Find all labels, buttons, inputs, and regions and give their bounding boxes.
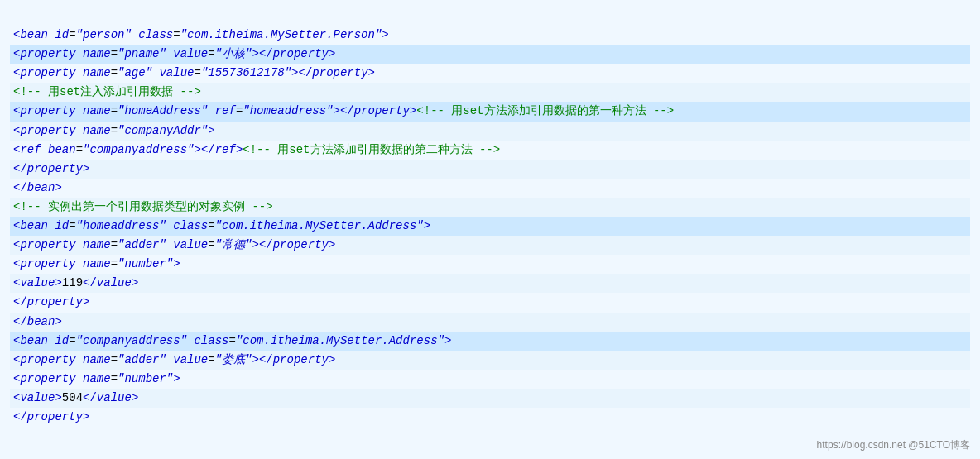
comment-span: <!-- 用set方法添加引用数据的第一种方法 --> (416, 102, 674, 121)
code-line-12: <property name="adder" value="常德"></prop… (10, 236, 970, 255)
tag-span: property (20, 102, 75, 121)
bracket-span: > (194, 141, 200, 160)
bracket-span: </ (201, 141, 215, 160)
bracket-span: > (208, 122, 214, 141)
text-span: = (111, 102, 118, 121)
code-line-20: <value>504</value> (10, 389, 970, 408)
bracket-span: > (382, 26, 388, 45)
bracket-span: </ (13, 408, 27, 427)
text-span: = (208, 351, 214, 370)
bracket-span: </ (83, 389, 97, 408)
text-span: = (208, 236, 214, 255)
code-line-15: </property> (10, 293, 970, 312)
tag-span: value (97, 389, 132, 408)
attr-name-span: value (159, 64, 194, 83)
bracket-span: < (13, 332, 20, 351)
tag-span: ref (20, 141, 41, 160)
attr-value-span: "companyAddr" (118, 122, 208, 141)
code-line-14: <value>119</value> (10, 274, 970, 293)
tag-span: property (273, 45, 329, 64)
attr-value-span: "小核" (215, 45, 252, 64)
bracket-span: > (132, 274, 138, 293)
text-span: = (111, 351, 118, 370)
attr-value-span: "娄底" (215, 351, 252, 370)
text-span (166, 45, 173, 64)
bracket-span: > (55, 274, 61, 293)
text-span: = (111, 122, 118, 141)
bracket-span: </ (13, 160, 27, 179)
tag-span: property (20, 370, 75, 389)
bracket-span: </ (13, 179, 27, 198)
bracket-span: > (424, 217, 430, 236)
bracket-span: > (173, 255, 180, 274)
attr-value-span: "adder" (118, 351, 166, 370)
tag-span: property (27, 408, 83, 427)
code-line-6: <property name="companyAddr"> (10, 122, 970, 141)
attr-name-span: class (194, 332, 228, 351)
attr-value-span: "com.itheima.MySetter.Address" (236, 332, 444, 351)
tag-span: value (97, 274, 132, 293)
attr-value-span: "homeAddress" (118, 102, 208, 121)
text-span (76, 236, 83, 255)
tag-span: bean (27, 179, 55, 198)
bracket-span: < (13, 26, 20, 45)
attr-value-span: "person" (76, 26, 132, 45)
attr-name-span: id (55, 332, 69, 351)
text-span: = (228, 332, 235, 351)
bracket-span: > (236, 141, 243, 160)
attr-value-span: "companyaddress" (83, 141, 194, 160)
text-span (48, 332, 55, 351)
code-line-3: <property name="age" value="15573612178"… (10, 64, 970, 83)
tag-span: bean (20, 217, 48, 236)
bracket-span: </ (340, 102, 354, 121)
attr-name-span: id (55, 217, 69, 236)
attr-name-span: class (138, 26, 173, 45)
attr-value-span: "常德" (215, 236, 252, 255)
attr-value-span: "15573612178" (201, 64, 291, 83)
attr-value-span: "number" (118, 370, 173, 389)
code-line-17: <bean id="companyaddress" class="com.ith… (10, 332, 970, 351)
watermark: https://blog.csdn.net @51CTO博客 (817, 438, 970, 452)
bracket-span: > (83, 293, 89, 312)
attr-name-span: name (83, 122, 111, 141)
text-span (76, 370, 83, 389)
code-line-18: <property name="adder" value="娄底"></prop… (10, 351, 970, 370)
attr-value-span: "com.itheima.MySetter.Address" (215, 217, 424, 236)
attr-name-span: name (83, 64, 111, 83)
tag-span: value (20, 274, 55, 293)
bracket-span: < (13, 389, 20, 408)
tag-span: property (20, 64, 75, 83)
text-span (76, 255, 83, 274)
attr-name-span: name (83, 370, 111, 389)
bracket-span: </ (13, 293, 27, 312)
text-span: = (173, 26, 180, 45)
attr-value-span: "pname" (118, 45, 166, 64)
tag-span: property (20, 122, 75, 141)
tag-span: property (27, 160, 83, 179)
bracket-span: > (55, 179, 61, 198)
code-line-9: </bean> (10, 179, 970, 198)
attr-name-span: bean (48, 141, 76, 160)
text-span (166, 351, 173, 370)
bracket-span: > (444, 332, 451, 351)
comment-span: <!-- 用set方法添加引用数据的第二种方法 --> (243, 141, 500, 160)
text-span: = (76, 141, 83, 160)
tag-span: property (20, 255, 75, 274)
text-span (76, 45, 83, 64)
attr-value-span: "companyaddress" (76, 332, 187, 351)
text-span (187, 332, 194, 351)
text-span (166, 236, 173, 255)
attr-value-span: "age" (118, 64, 152, 83)
tag-span: ref (215, 141, 236, 160)
text-span: = (111, 64, 118, 83)
bracket-span: </ (259, 236, 273, 255)
bracket-span: > (252, 351, 259, 370)
text-span (76, 102, 83, 121)
tag-span: property (20, 45, 75, 64)
bracket-span: > (410, 102, 416, 121)
attr-name-span: id (55, 26, 69, 45)
attr-value-span: "homeaddress" (76, 217, 166, 236)
attr-value-span: "adder" (118, 236, 166, 255)
text-span (41, 141, 48, 160)
attr-name-span: name (83, 102, 111, 121)
